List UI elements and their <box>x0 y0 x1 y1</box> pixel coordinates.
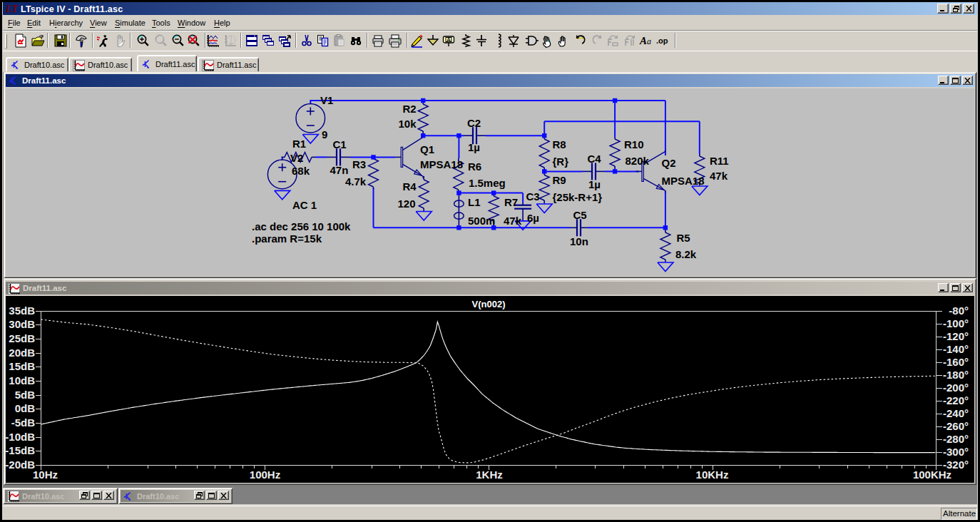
svg-text:A: A <box>639 35 647 46</box>
svg-text:{25k-R+1}: {25k-R+1} <box>553 191 603 203</box>
svg-text:820k: 820k <box>626 155 650 167</box>
svg-text:R7: R7 <box>504 196 518 208</box>
svg-text:MPSA18: MPSA18 <box>662 175 705 187</box>
svg-text:-160°: -160° <box>943 356 969 368</box>
svg-text:5dB: 5dB <box>15 389 36 401</box>
svg-text:9: 9 <box>322 128 327 140</box>
svg-text:20dB: 20dB <box>9 347 35 359</box>
svg-text:6µ: 6µ <box>527 212 539 224</box>
svg-text:1µ: 1µ <box>468 141 480 153</box>
svg-text:R2: R2 <box>403 103 417 115</box>
svg-text:C4: C4 <box>588 153 602 165</box>
svg-text:30dB: 30dB <box>9 318 35 330</box>
svg-text:L1: L1 <box>468 196 481 208</box>
svg-text:-100°: -100° <box>943 317 969 329</box>
svg-text:-15dB: -15dB <box>6 444 35 456</box>
svg-text:{R}: {R} <box>553 155 569 168</box>
svg-text:C5: C5 <box>573 209 587 221</box>
svg-text:R4: R4 <box>403 180 417 193</box>
svg-text:R5: R5 <box>677 232 690 244</box>
svg-text:-120°: -120° <box>943 330 969 342</box>
svg-text:Q1: Q1 <box>420 143 434 155</box>
svg-text:.param R=15k: .param R=15k <box>252 232 322 245</box>
svg-text:R8: R8 <box>553 138 566 150</box>
svg-text:10KHz: 10KHz <box>696 469 729 481</box>
svg-text:10k: 10k <box>399 118 417 130</box>
svg-text:R10: R10 <box>624 138 644 150</box>
svg-text:-200°: -200° <box>943 382 969 394</box>
svg-text:-80°: -80° <box>949 304 969 317</box>
svg-text:100Hz: 100Hz <box>250 469 280 481</box>
svg-text:120: 120 <box>398 198 416 210</box>
svg-text:1.5meg: 1.5meg <box>469 177 506 189</box>
svg-text:-240°: -240° <box>943 407 969 419</box>
svg-text:-10dB: -10dB <box>6 431 35 443</box>
svg-text:-5dB: -5dB <box>11 416 36 429</box>
svg-text:R11: R11 <box>710 155 729 167</box>
svg-text:MPSA18: MPSA18 <box>420 158 463 170</box>
svg-text:47k: 47k <box>710 170 728 182</box>
svg-text:V1: V1 <box>320 94 333 106</box>
svg-text:.ac dec 256 10 100k: .ac dec 256 10 100k <box>252 220 351 232</box>
svg-text:10Hz: 10Hz <box>33 469 58 481</box>
svg-text:10n: 10n <box>570 235 588 247</box>
svg-text:1µ: 1µ <box>588 178 601 190</box>
svg-text:.op: .op <box>656 36 668 45</box>
svg-text:-180°: -180° <box>943 369 969 381</box>
svg-text:R6: R6 <box>468 160 481 173</box>
svg-text:-140°: -140° <box>943 343 969 355</box>
svg-text:500m: 500m <box>468 215 495 227</box>
svg-text:R9: R9 <box>553 174 566 186</box>
svg-text:100KHz: 100KHz <box>913 469 951 481</box>
svg-text:0dB: 0dB <box>15 402 36 414</box>
svg-text:V2: V2 <box>290 152 303 164</box>
svg-text:-260°: -260° <box>943 420 969 432</box>
svg-text:15dB: 15dB <box>9 360 35 372</box>
svg-text:V(n002): V(n002) <box>472 299 506 309</box>
svg-text:R3: R3 <box>352 158 366 170</box>
svg-text:C3: C3 <box>526 190 540 203</box>
svg-text:AC 1: AC 1 <box>292 199 317 211</box>
svg-text:-280°: -280° <box>943 433 969 445</box>
svg-text:4.7k: 4.7k <box>345 175 367 188</box>
svg-text:Q2: Q2 <box>662 157 676 169</box>
svg-text:LT: LT <box>6 4 19 14</box>
svg-text:10dB: 10dB <box>9 374 35 387</box>
svg-text:R1: R1 <box>292 138 306 150</box>
svg-text:-220°: -220° <box>943 394 969 406</box>
svg-text:47k: 47k <box>504 215 522 227</box>
svg-text:8.2k: 8.2k <box>675 248 697 260</box>
svg-text:35dB: 35dB <box>9 304 35 317</box>
svg-text:a: a <box>647 36 651 46</box>
svg-text:1KHz: 1KHz <box>476 469 503 481</box>
svg-text:-20dB: -20dB <box>6 459 35 471</box>
svg-text:C1: C1 <box>333 138 347 150</box>
svg-text:68k: 68k <box>292 165 310 177</box>
svg-text:C2: C2 <box>467 117 481 129</box>
svg-text:47n: 47n <box>330 164 349 176</box>
svg-text:25dB: 25dB <box>9 332 35 344</box>
svg-text:-300°: -300° <box>943 446 969 458</box>
